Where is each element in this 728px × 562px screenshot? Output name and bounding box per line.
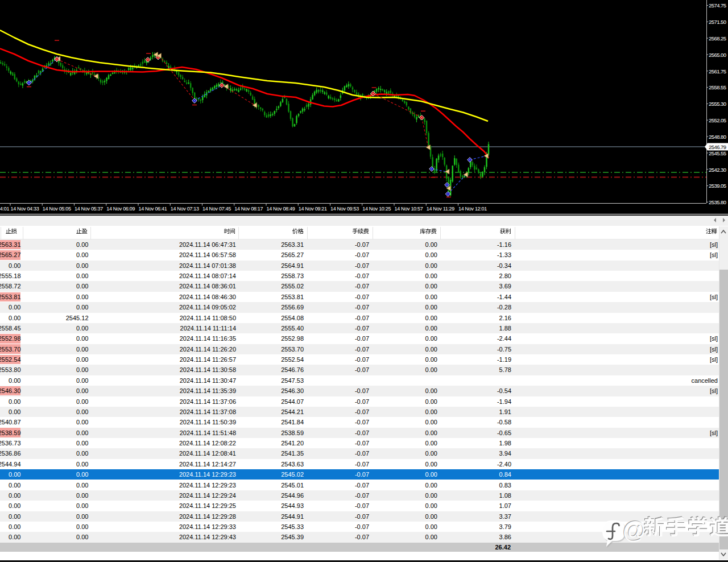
svg-text:14 Nov 07:13: 14 Nov 07:13 — [171, 206, 199, 212]
svg-text:2535.80: 2535.80 — [709, 199, 726, 205]
svg-text:14 Nov 09:21: 14 Nov 09:21 — [299, 206, 327, 212]
svg-text:14 Nov 08:17: 14 Nov 08:17 — [234, 206, 263, 212]
svg-text:2568.25: 2568.25 — [709, 35, 726, 42]
svg-text:14 Nov 04:33: 14 Nov 04:33 — [11, 206, 39, 212]
svg-text:@: @ — [622, 517, 647, 544]
svg-text:14 Nov 08:49: 14 Nov 08:49 — [267, 206, 295, 212]
svg-text:14 Nov 05:05: 14 Nov 05:05 — [43, 206, 71, 212]
svg-text:14 Nov 09:53: 14 Nov 09:53 — [330, 206, 359, 212]
svg-text:14 Nov 11:29: 14 Nov 11:29 — [427, 206, 455, 212]
svg-text:2552.05: 2552.05 — [709, 117, 726, 123]
svg-text:14 Nov 07:45: 14 Nov 07:45 — [202, 206, 231, 212]
svg-text:14 Nov 10:57: 14 Nov 10:57 — [395, 206, 423, 212]
svg-text:2574.75: 2574.75 — [709, 2, 726, 9]
svg-text:2548.80: 2548.80 — [709, 134, 726, 140]
svg-text:2546.79: 2546.79 — [709, 144, 726, 150]
svg-text:2545.55: 2545.55 — [709, 150, 726, 156]
svg-text:2571.50: 2571.50 — [709, 19, 726, 25]
svg-text:2561.75: 2561.75 — [709, 68, 726, 75]
svg-text:2555.30: 2555.30 — [709, 101, 726, 107]
svg-text:2558.55: 2558.55 — [709, 84, 726, 90]
svg-text:2539.05: 2539.05 — [709, 183, 726, 189]
svg-text:2542.30: 2542.30 — [709, 167, 726, 173]
svg-text:2565.00: 2565.00 — [709, 52, 726, 58]
svg-text:14 Nov 05:37: 14 Nov 05:37 — [75, 206, 103, 212]
svg-text:14 Nov 10:25: 14 Nov 10:25 — [362, 206, 391, 212]
svg-text:14 Nov 12:01: 14 Nov 12:01 — [458, 206, 487, 212]
svg-text:14 Nov 06:41: 14 Nov 06:41 — [139, 206, 167, 212]
svg-text:14 Nov 06:09: 14 Nov 06:09 — [106, 206, 135, 212]
svg-text:14 Nov 04:01: 14 Nov 04:01 — [0, 206, 9, 212]
